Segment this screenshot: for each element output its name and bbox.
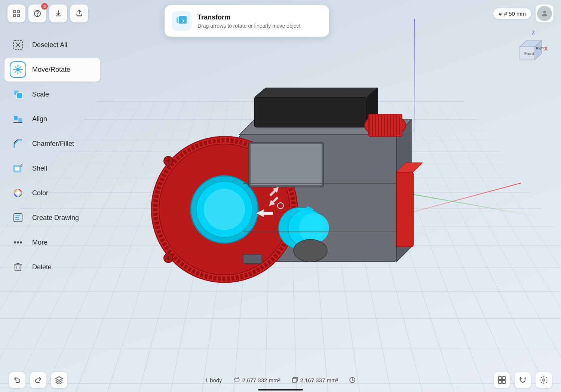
svg-point-61 [543, 11, 546, 13]
dimension-value: # 50 mm [504, 10, 526, 17]
home-indicator [258, 389, 303, 391]
shell-icon [10, 160, 26, 177]
sidebar-item-more[interactable]: More [4, 230, 100, 254]
sidebar-item-align[interactable]: Align [4, 107, 100, 131]
scale-label: Scale [32, 91, 49, 98]
transform-popup: Transform Drag arrows to rotate or linea… [165, 5, 329, 37]
transform-text: Transform Drag arrows to rotate or linea… [197, 13, 300, 29]
chamfer-fillet-label: Chamfer/Fillet [32, 140, 74, 148]
dimension-display[interactable]: # # 50 mm [493, 8, 531, 19]
svg-rect-69 [16, 93, 22, 99]
layers-view-button[interactable] [494, 372, 510, 388]
color-icon [10, 185, 26, 201]
left-sidebar: Deselect All Move/Rotate Scale [0, 30, 105, 282]
magnet-button[interactable] [515, 372, 531, 388]
svg-rect-3 [254, 97, 367, 127]
delete-icon [10, 259, 26, 275]
sidebar-item-delete[interactable]: Delete [4, 255, 100, 279]
sidebar-item-color[interactable]: Color [4, 181, 100, 205]
svg-rect-71 [18, 118, 22, 122]
undo-button[interactable] [9, 372, 25, 388]
svg-rect-96 [499, 377, 502, 380]
more-icon [10, 234, 26, 251]
sidebar-item-create-drawing[interactable]: Create Drawing [4, 206, 100, 230]
camera-model: Tomography [105, 37, 441, 322]
svg-rect-56 [17, 10, 19, 13]
sidebar-item-move-rotate[interactable]: Move/Rotate [4, 58, 100, 82]
grid-button[interactable] [7, 4, 25, 22]
svg-rect-74 [15, 167, 19, 171]
bottom-bar: 1 body 2,677.332 mm² 2,167.337 mm³ [0, 368, 561, 392]
sidebar-item-scale[interactable]: Scale [4, 82, 100, 106]
download-button[interactable] [49, 4, 67, 22]
bottom-bar-right [494, 372, 552, 388]
upload-button[interactable] [70, 4, 88, 22]
user-avatar [536, 5, 553, 22]
volume: 2,167.337 mm³ [291, 377, 338, 383]
svg-rect-98 [499, 380, 502, 383]
svg-rect-50 [251, 144, 322, 185]
layers-button[interactable] [51, 372, 67, 388]
x-axis-label: X [544, 46, 548, 52]
svg-point-104 [543, 379, 545, 381]
sidebar-item-deselect-all[interactable]: Deselect All [4, 33, 100, 57]
svg-point-37 [299, 213, 329, 243]
create-drawing-icon [10, 209, 26, 226]
user-profile-button[interactable] [536, 4, 554, 22]
surface-area: 2,677.332 mm² [233, 377, 280, 383]
more-label: More [32, 239, 47, 246]
svg-point-51 [294, 239, 327, 262]
svg-point-60 [37, 15, 37, 15]
bottom-bar-center: 1 body 2,677.332 mm² 2,167.337 mm³ [205, 377, 356, 383]
toolbar-left: 3 [7, 4, 88, 22]
move-rotate-icon [10, 61, 26, 78]
move-rotate-label: Move/Rotate [32, 66, 70, 74]
svg-rect-54 [243, 254, 262, 264]
transform-title: Transform [197, 13, 300, 21]
svg-rect-84 [15, 265, 21, 271]
scale-icon [10, 86, 26, 102]
svg-point-82 [17, 241, 19, 244]
toolbar-right: # # 50 mm [493, 4, 554, 22]
svg-point-76 [16, 192, 19, 195]
svg-point-67 [16, 68, 20, 71]
svg-rect-43 [264, 212, 273, 215]
align-icon [10, 111, 26, 127]
svg-text:Right: Right [536, 46, 545, 50]
svg-rect-70 [14, 116, 18, 120]
svg-rect-99 [502, 380, 505, 383]
settings-button[interactable] [536, 372, 552, 388]
bottom-bar-left [9, 372, 67, 388]
shell-label: Shell [32, 165, 47, 172]
svg-text:Front: Front [524, 52, 534, 56]
color-label: Color [32, 189, 48, 197]
transform-icon [175, 14, 188, 28]
body-count: 1 body [205, 377, 222, 383]
deselect-all-icon [10, 37, 26, 53]
align-label: Align [32, 115, 47, 123]
view-cube[interactable]: Z Front Right X [512, 30, 550, 69]
chamfer-fillet-icon [10, 135, 26, 152]
create-drawing-label: Create Drawing [32, 214, 79, 222]
timer-status [349, 377, 356, 383]
sidebar-item-chamfer-fillet[interactable]: Chamfer/Fillet [4, 132, 100, 156]
deselect-all-label: Deselect All [32, 41, 67, 49]
svg-marker-4 [254, 88, 378, 97]
notification-badge: 3 [41, 3, 48, 10]
z-axis-label: Z [532, 30, 535, 36]
svg-rect-57 [13, 14, 16, 16]
svg-point-81 [14, 241, 16, 244]
svg-rect-94 [292, 379, 296, 382]
svg-point-83 [20, 241, 22, 244]
transform-description: Drag arrows to rotate or linearly move o… [197, 23, 300, 29]
hash-symbol: # [499, 10, 502, 17]
svg-point-34 [204, 189, 245, 230]
delete-label: Delete [32, 263, 52, 271]
svg-rect-19 [396, 172, 413, 247]
svg-rect-58 [17, 14, 19, 16]
sidebar-item-shell[interactable]: Shell [4, 156, 100, 180]
transform-icon-box [172, 11, 191, 31]
help-button[interactable]: 3 [28, 4, 46, 22]
redo-button[interactable] [30, 372, 46, 388]
svg-rect-41 [297, 208, 307, 211]
